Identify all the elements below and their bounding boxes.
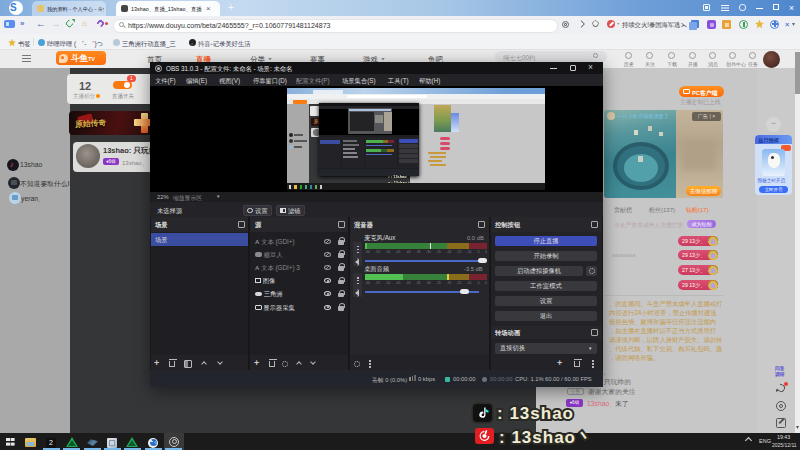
svg-text:: 13shao: : 13shao (497, 404, 574, 423)
svg-text:: 13shao丶: : 13shao丶 (499, 428, 594, 447)
